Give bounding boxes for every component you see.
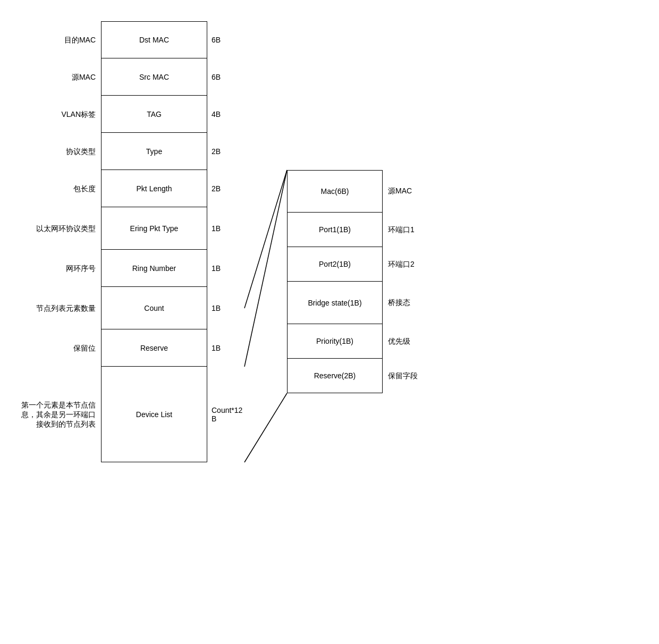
src-mac-row: Src MAC [102,58,207,96]
pkt-length-size: 2B [207,170,244,207]
bridge-state-inner: Bridge state(1B) [288,282,382,324]
priority-inner: Priority(1B) [288,324,382,359]
right-labels: 源MAC环端口1环端口2桥接态优先级保留字段 [383,170,436,393]
dst-mac-row: Dst MAC [102,21,207,58]
left-labels: 目的MAC源MACVLAN标签协议类型包长度以太网环协议类型网环序号节点列表元素… [16,21,101,462]
port1-right: 环端口1 [383,213,436,247]
port1-inner: Port1(1B) [288,213,382,247]
svg-line-1 [244,170,287,367]
ering-label: 以太网环协议类型 [16,207,101,250]
reserve-label: 保留位 [16,329,101,367]
svg-line-0 [244,170,287,308]
ring-number-row: Ring Number [102,250,207,287]
dst-mac-size: 6B [207,21,244,58]
src-mac-label: 源MAC [16,58,101,96]
count-row: Count [102,287,207,329]
svg-line-2 [244,393,287,462]
main-layout: 目的MAC源MACVLAN标签协议类型包长度以太网环协议类型网环序号节点列表元素… [16,11,643,462]
connector-svg [244,21,287,462]
device-list-row: Device List [102,367,207,462]
vlan-label: VLAN标签 [16,96,101,133]
connector-area [244,21,287,462]
dst-mac-label: 目的MAC [16,21,101,58]
size-column: 6B6B4B2B2B1B1B1B1BCount*12 B [207,21,244,462]
tag-size: 4B [207,96,244,133]
port2-right: 环端口2 [383,247,436,282]
right-table-wrapper: Mac(6B)Port1(1B)Port2(1B)Bridge state(1B… [287,170,436,393]
type-row: Type [102,133,207,170]
count-label: 节点列表元素数量 [16,287,101,329]
ring-number-size: 1B [207,250,244,287]
src-mac-size: 6B [207,58,244,96]
tag-row: TAG [102,96,207,133]
ring-num-label: 网环序号 [16,250,101,287]
pkt-len-label: 包长度 [16,170,101,207]
device-list-size: Count*12 B [207,367,244,462]
bridge-state-right: 桥接态 [383,282,436,324]
port2-inner: Port2(1B) [288,247,382,282]
reserve-right: 保留字段 [383,359,436,393]
protocol-label: 协议类型 [16,133,101,170]
middle-table: Dst MACSrc MACTAGTypePkt LengthEring Pkt… [101,21,207,462]
inner-table: Mac(6B)Port1(1B)Port2(1B)Bridge state(1B… [287,170,383,393]
device-list-label: 第一个元素是本节点信息，其余是另一环端口接收到的节点列表 [16,367,101,462]
src-mac-right: 源MAC [383,170,436,213]
ering-pkt-type-row: Ering Pkt Type [102,207,207,250]
reserve-size: 1B [207,329,244,367]
diagram-container: 目的MAC源MACVLAN标签协议类型包长度以太网环协议类型网环序号节点列表元素… [16,11,643,468]
priority-right: 优先级 [383,324,436,359]
reserve-inner: Reserve(2B) [288,359,382,393]
mac-inner: Mac(6B) [288,170,382,213]
ering-pkt-type-size: 1B [207,207,244,250]
pkt-length-row: Pkt Length [102,170,207,207]
count-size: 1B [207,287,244,329]
type-size: 2B [207,133,244,170]
reserve-row: Reserve [102,329,207,367]
